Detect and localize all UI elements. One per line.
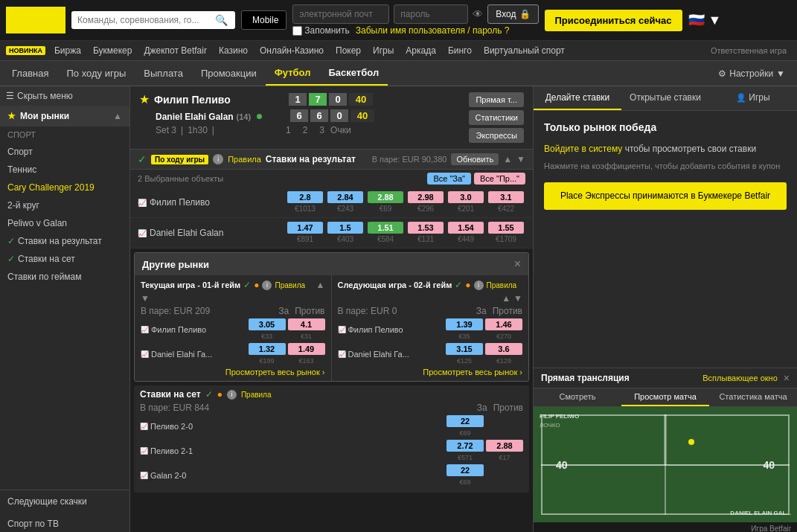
search-input[interactable] [77, 15, 215, 25]
login-prompt-link[interactable]: Войдите в систему [544, 144, 622, 154]
live-tab-match-view[interactable]: Просмотр матча [621, 388, 709, 406]
sidebar-item-game-bets[interactable]: Ставки по геймам [0, 268, 129, 286]
refresh-btn[interactable]: Обновить [451, 153, 499, 165]
p1-odds-1[interactable]: 2.84 €243 [326, 190, 365, 215]
tab-games[interactable]: 👤 Игры [709, 86, 797, 110]
main-nav-home[interactable]: Главная [3, 62, 57, 85]
close-other-markets-icon[interactable]: × [514, 257, 521, 271]
sb2-lay[interactable]: 2.88 €17 [486, 440, 523, 462]
email-field[interactable] [292, 4, 389, 24]
sidebar-item-round[interactable]: 2-й круг [0, 196, 129, 214]
sidebar-item-challenger[interactable]: Cary Challenger 2019 [0, 179, 129, 196]
p2-odds-5[interactable]: 1.55 €1709 [487, 220, 525, 246]
eye-icon[interactable]: 👁 [473, 8, 483, 20]
scroll-up-icon[interactable]: ▲ [503, 154, 512, 164]
nav-virtual[interactable]: Виртуальный спорт [478, 41, 571, 60]
m2r1-back[interactable]: 1.39 €35 [446, 318, 483, 341]
p2-odds-3[interactable]: 1.53 €131 [406, 220, 445, 246]
sb1-back[interactable]: 22 €69 [446, 415, 484, 438]
login-button[interactable]: Вход 🔒 [487, 4, 538, 24]
sidebar-item-tv[interactable]: Спорт по ТВ [0, 513, 129, 532]
view-all-m2[interactable]: Просмотреть весь рынок › [338, 368, 523, 376]
close-live-icon[interactable]: × [784, 372, 790, 384]
sb2-back[interactable]: 2.72 €571 [446, 440, 484, 462]
nav-birzha[interactable]: Биржа [48, 41, 87, 60]
live-tab-stats[interactable]: Статистика матча [709, 388, 797, 406]
info-m1[interactable]: i [262, 281, 272, 290]
nav-bukmeker[interactable]: Букмекер [87, 41, 138, 60]
m2r2-back[interactable]: 3.15 €125 [446, 343, 483, 365]
place-express-btn[interactable]: Place Экспрессы принимаются в Букмекере … [544, 182, 787, 210]
rules-m1[interactable]: Правила [275, 281, 305, 289]
check-green-bet[interactable]: ✓ [138, 153, 147, 165]
nav-arkada[interactable]: Аркада [400, 41, 442, 60]
check-green-m2[interactable]: ✓ [455, 280, 462, 290]
express-btn[interactable]: Экспрессы [469, 128, 524, 143]
rules-link[interactable]: Правила [228, 155, 261, 164]
search-bar[interactable]: 🔍 [71, 11, 235, 29]
main-nav-payout[interactable]: Выплата [135, 62, 192, 85]
rules-sb[interactable]: Правила [241, 391, 272, 399]
view-all-m1[interactable]: Просмотреть весь рынок › [141, 368, 325, 376]
my-markets-item[interactable]: ★ Мои рынки ▲ [0, 106, 129, 126]
tab-make-bets[interactable]: Делайте ставки [534, 86, 621, 110]
p1-odds-4[interactable]: 3.0 €201 [446, 190, 485, 215]
p2-odds-1[interactable]: 1.5 €403 [326, 220, 365, 246]
match-star-icon[interactable]: ★ [139, 92, 150, 106]
mobile-button[interactable]: Mobile [241, 10, 287, 30]
nav-casino[interactable]: Казино [213, 41, 254, 60]
sidebar-item-match[interactable]: Peliwo v Galan [0, 214, 129, 232]
scroll-m2-up[interactable]: ▲ [502, 293, 510, 304]
forgot-link[interactable]: Забыли имя пользователя / пароль ? [356, 25, 510, 36]
m2r2-lay[interactable]: 3.6 €129 [485, 343, 522, 365]
scroll-m1-down[interactable]: ▼ [141, 293, 150, 304]
check-orange-sb[interactable]: ● [217, 389, 223, 400]
m1r1-back[interactable]: 3.05 €33 [249, 318, 286, 341]
sb3-back[interactable]: 22 €69 [446, 464, 484, 487]
nav-bingo[interactable]: Бинго [442, 41, 478, 60]
main-nav-football[interactable]: Футбол [266, 61, 320, 86]
remember-checkbox[interactable] [292, 26, 302, 36]
nav-games[interactable]: Игры [367, 41, 400, 60]
popup-link[interactable]: Всплывающее окно [702, 374, 778, 382]
check-orange-m1[interactable]: ● [254, 280, 259, 290]
check-orange-m2[interactable]: ● [465, 280, 470, 290]
p1-odds-2[interactable]: 2.88 €69 [366, 190, 405, 215]
hide-menu-btn[interactable]: ☰ Скрыть меню [0, 86, 129, 106]
p1-odds-3[interactable]: 2.98 €296 [406, 190, 445, 215]
scroll-m2-down[interactable]: ▼ [513, 293, 522, 304]
info-icon[interactable]: i [213, 154, 223, 164]
p2-odds-2[interactable]: 1.51 €584 [366, 220, 405, 246]
all-lay-btn[interactable]: Все "Пр..." [474, 173, 525, 185]
check-green-sb[interactable]: ✓ [205, 389, 213, 400]
nav-poker[interactable]: Покер [330, 41, 367, 60]
sidebar-item-result-bets[interactable]: ✓ Ставки на результат [0, 232, 129, 250]
info-m2[interactable]: i [474, 281, 484, 290]
password-field[interactable] [394, 4, 468, 24]
check-green-m1[interactable]: ✓ [243, 280, 251, 290]
p1-odds-5[interactable]: 3.1 €422 [487, 190, 525, 215]
sidebar-item-races[interactable]: Следующие скачки [0, 490, 129, 513]
main-nav-promo[interactable]: Промоакции [192, 62, 266, 85]
nav-jackpot[interactable]: Джекпот Betfair [138, 41, 213, 60]
scroll-down-icon[interactable]: ▼ [516, 154, 525, 164]
settings-button[interactable]: ⚙ Настройки ▼ [709, 63, 794, 85]
p2-odds-0[interactable]: 1.47 €891 [286, 220, 324, 246]
flag-icon[interactable]: 🇷🇺 ▼ [688, 12, 722, 28]
tab-open-bets[interactable]: Открытые ставки [621, 86, 709, 110]
m1r1-lay[interactable]: 4.1 €31 [288, 318, 325, 341]
join-button[interactable]: Присоединиться сейчас [545, 10, 682, 31]
p2-odds-4[interactable]: 1.54 €449 [446, 220, 485, 246]
all-back-btn[interactable]: Все "За" [427, 173, 471, 185]
main-nav-inplay[interactable]: По ходу игры [57, 62, 135, 85]
live-tab-watch[interactable]: Смотреть [534, 388, 621, 406]
m1r2-lay[interactable]: 1.49 €163 [288, 343, 325, 365]
nav-online-casino[interactable]: Онлайн-Казино [254, 41, 330, 60]
stats-btn[interactable]: Статистики [469, 110, 524, 125]
sidebar-item-set-bets[interactable]: ✓ Ставки на сет [0, 250, 129, 268]
scroll-m1-up[interactable]: ▲ [316, 280, 325, 290]
live-btn[interactable]: Прямая т... [469, 92, 524, 107]
p1-odds-0[interactable]: 2.8 €1013 [286, 190, 324, 215]
m2r1-lay[interactable]: 1.46 €270 [485, 318, 522, 341]
info-sb[interactable]: i [227, 390, 237, 400]
